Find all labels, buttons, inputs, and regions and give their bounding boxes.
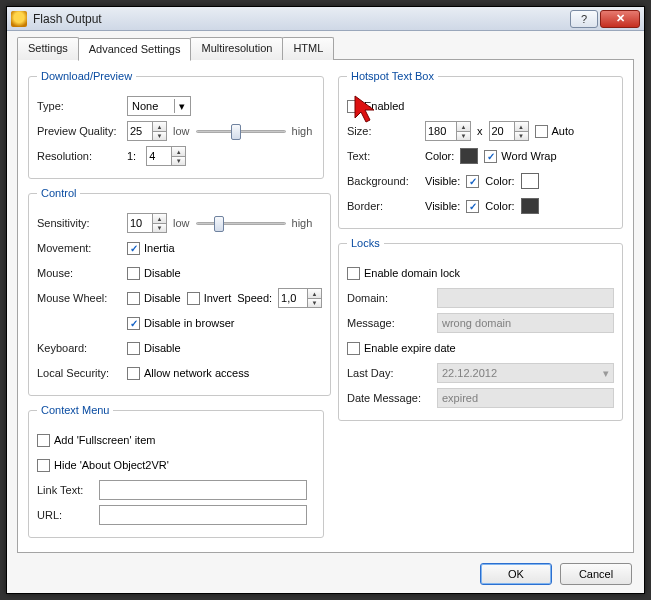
- movement-label: Movement:: [37, 242, 121, 254]
- tabstrip: Settings Advanced Settings Multiresoluti…: [17, 37, 634, 60]
- x-label: x: [477, 125, 483, 137]
- chevron-down-icon: ▾: [174, 99, 188, 113]
- group-context-menu: Context Menu Add 'Fullscreen' item Hide …: [28, 404, 324, 538]
- low-label: low: [173, 125, 190, 137]
- type-select[interactable]: None ▾: [127, 96, 191, 116]
- domain-label: Domain:: [347, 292, 431, 304]
- preview-quality-spinner[interactable]: ▲▼: [127, 121, 167, 141]
- lastday-label: Last Day:: [347, 367, 431, 379]
- size-width-spinner[interactable]: ▲▼: [425, 121, 471, 141]
- message-field: wrong domain: [437, 313, 614, 333]
- group-control: Control Sensitivity: ▲▼ low high: [28, 187, 331, 396]
- auto-checkbox[interactable]: Auto: [535, 125, 575, 138]
- keyboard-disable-checkbox[interactable]: Disable: [127, 342, 181, 355]
- group-hotspot-textbox: Hotspot Text Box Enabled Size: ▲▼ x: [338, 70, 623, 229]
- legend-context-menu: Context Menu: [37, 404, 113, 416]
- lastday-field: 22.12.2012 ▾: [437, 363, 614, 383]
- sensitivity-label: Sensitivity:: [37, 217, 121, 229]
- speed-label: Speed:: [237, 292, 272, 304]
- close-button[interactable]: ✕: [600, 10, 640, 28]
- localsec-label: Local Security:: [37, 367, 121, 379]
- mouse-label: Mouse:: [37, 267, 121, 279]
- legend-control: Control: [37, 187, 80, 199]
- ok-button[interactable]: OK: [480, 563, 552, 585]
- text-label: Text:: [347, 150, 419, 162]
- app-icon: [11, 11, 27, 27]
- high-label: high: [292, 125, 313, 137]
- datemsg-field: expired: [437, 388, 614, 408]
- bg-color-well[interactable]: [521, 173, 539, 189]
- size-height-spinner[interactable]: ▲▼: [489, 121, 529, 141]
- tab-html[interactable]: HTML: [282, 37, 334, 60]
- size-label: Size:: [347, 125, 419, 137]
- spin-up-icon[interactable]: ▲: [152, 122, 166, 131]
- window-frame: Flash Output ? ✕ Settings Advanced Setti…: [6, 6, 645, 594]
- bg-color-label: Color:: [485, 175, 514, 187]
- cancel-button[interactable]: Cancel: [560, 563, 632, 585]
- preview-quality-label: Preview Quality:: [37, 125, 121, 137]
- enable-domain-checkbox[interactable]: Enable domain lock: [347, 267, 460, 280]
- bg-visible-label: Visible:: [425, 175, 460, 187]
- mousewheel-label: Mouse Wheel:: [37, 292, 121, 304]
- keyboard-label: Keyboard:: [37, 342, 121, 354]
- inertia-checkbox[interactable]: ✓Inertia: [127, 242, 175, 255]
- text-color-label: Color:: [425, 150, 454, 162]
- tab-multiresolution[interactable]: Multiresolution: [190, 37, 283, 60]
- help-button[interactable]: ?: [570, 10, 598, 28]
- link-text-label: Link Text:: [37, 484, 93, 496]
- add-fullscreen-checkbox[interactable]: Add 'Fullscreen' item: [37, 434, 155, 447]
- mouse-disable-checkbox[interactable]: Disable: [127, 267, 181, 280]
- allow-network-checkbox[interactable]: Allow network access: [127, 367, 249, 380]
- text-color-well[interactable]: [460, 148, 478, 164]
- client-area: Settings Advanced Settings Multiresoluti…: [7, 31, 644, 593]
- message-label: Message:: [347, 317, 431, 329]
- group-locks: Locks Enable domain lock Domain: Message…: [338, 237, 623, 421]
- url-input[interactable]: [99, 505, 307, 525]
- legend-hotspot-textbox: Hotspot Text Box: [347, 70, 438, 82]
- resolution-spinner[interactable]: ▲▼: [146, 146, 186, 166]
- chevron-down-icon: ▾: [603, 367, 609, 380]
- background-label: Background:: [347, 175, 419, 187]
- preview-quality-slider[interactable]: [196, 122, 286, 140]
- link-text-input[interactable]: [99, 480, 307, 500]
- border-label: Border:: [347, 200, 419, 212]
- legend-download-preview: Download/Preview: [37, 70, 136, 82]
- border-visible-label: Visible:: [425, 200, 460, 212]
- resolution-label: Resolution:: [37, 150, 121, 162]
- tabpanel: Download/Preview Type: None ▾ Preview Qu…: [17, 59, 634, 553]
- sensitivity-spinner[interactable]: ▲▼: [127, 213, 167, 233]
- hotspot-enabled-checkbox[interactable]: Enabled: [347, 100, 404, 113]
- border-visible-checkbox[interactable]: ✓: [466, 200, 479, 213]
- url-label: URL:: [37, 509, 93, 521]
- mousewheel-invert-checkbox[interactable]: Invert: [187, 292, 232, 305]
- tab-settings[interactable]: Settings: [17, 37, 79, 60]
- hide-about-checkbox[interactable]: Hide 'About Object2VR': [37, 459, 169, 472]
- datemsg-label: Date Message:: [347, 392, 431, 404]
- border-color-label: Color:: [485, 200, 514, 212]
- disable-browser-checkbox[interactable]: ✓Disable in browser: [127, 317, 234, 330]
- window-title: Flash Output: [33, 12, 570, 26]
- titlebar[interactable]: Flash Output ? ✕: [7, 7, 644, 31]
- speed-spinner[interactable]: ▲▼: [278, 288, 322, 308]
- resolution-prefix: 1:: [127, 150, 136, 162]
- group-download-preview: Download/Preview Type: None ▾ Preview Qu…: [28, 70, 324, 179]
- border-color-well[interactable]: [521, 198, 539, 214]
- tab-advanced-settings[interactable]: Advanced Settings: [78, 38, 192, 61]
- legend-locks: Locks: [347, 237, 384, 249]
- type-label: Type:: [37, 100, 121, 112]
- enable-expire-checkbox[interactable]: Enable expire date: [347, 342, 456, 355]
- domain-field: [437, 288, 614, 308]
- mousewheel-disable-checkbox[interactable]: Disable: [127, 292, 181, 305]
- bg-visible-checkbox[interactable]: ✓: [466, 175, 479, 188]
- spin-down-icon[interactable]: ▼: [152, 131, 166, 140]
- sensitivity-slider[interactable]: [196, 214, 286, 232]
- wordwrap-checkbox[interactable]: ✓Word Wrap: [484, 150, 556, 163]
